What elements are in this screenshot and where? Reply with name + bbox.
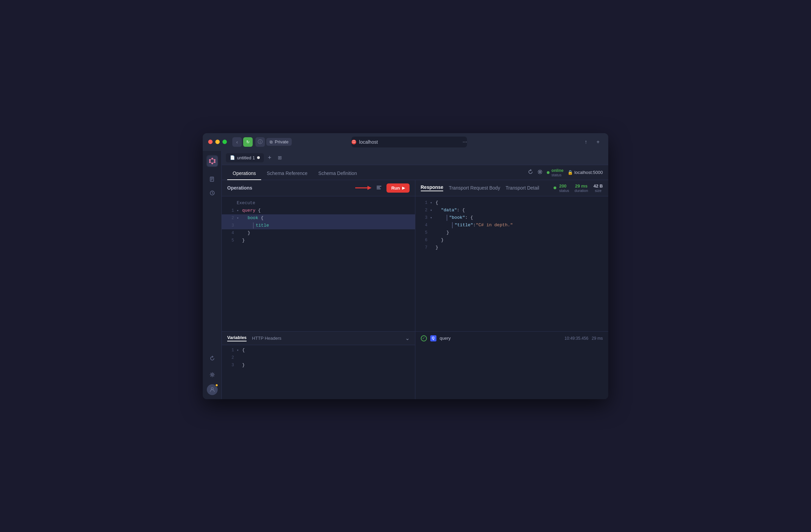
lock-icon: 🔒	[567, 170, 573, 175]
collapse-1[interactable]: ▾	[237, 209, 242, 213]
response-tab-transport-req[interactable]: Transport Request Body	[449, 185, 500, 191]
collapse-2[interactable]: ▾	[237, 216, 242, 220]
size-value: 42 B	[594, 183, 603, 188]
collapse-r1[interactable]: ▾	[430, 201, 436, 205]
history-icon	[210, 190, 215, 196]
tab-grid-button[interactable]: ⊞	[275, 153, 284, 162]
var-line-1: 1 ▾ {	[222, 347, 415, 354]
private-label: Private	[275, 139, 288, 145]
content-area: 📄 untitled 1 + ⊞ Operations Schema Refer…	[222, 151, 608, 399]
favicon: 🅂	[352, 140, 356, 145]
tab-unsaved-dot	[257, 156, 260, 159]
prettify-button[interactable]	[374, 183, 384, 193]
endpoint-info[interactable]: 🔒 localhost:5000	[567, 170, 603, 175]
tab-untitled-1[interactable]: 📄 untitled 1	[226, 153, 264, 162]
sidebar-item-history[interactable]	[207, 187, 218, 198]
tab-schema-reference[interactable]: Schema Reference	[261, 168, 313, 180]
notification-badge	[215, 383, 218, 387]
response-editor: 1 ▾ { 2 ▾ "data": { 3	[415, 196, 609, 331]
size-stat: 42 B size	[594, 183, 603, 193]
address-text: localhost	[359, 139, 378, 145]
nav-settings-button[interactable]	[537, 169, 543, 176]
sidebar-item-documents[interactable]	[207, 174, 218, 185]
app-window: ‹ ↻ ⓘ ⧉ Private 🅂 localhost ··· ↑ +	[203, 133, 608, 399]
vertical-line	[253, 223, 254, 229]
collapse-r3[interactable]: ▾	[430, 216, 436, 220]
duration-stat: 29 ms duration	[575, 183, 588, 193]
info-button[interactable]: ⓘ	[255, 137, 265, 147]
main-area: 📄 untitled 1 + ⊞ Operations Schema Refer…	[203, 151, 608, 399]
share-button[interactable]: ↑	[581, 137, 591, 147]
tabs-bar: 📄 untitled 1 + ⊞	[222, 151, 608, 165]
online-text: online	[552, 168, 563, 173]
logo-svg	[209, 157, 216, 165]
http-headers-tab[interactable]: HTTP Headers	[252, 336, 281, 341]
query-editor[interactable]: Execute 1 ▾ query { 2 ▾	[222, 196, 415, 331]
tab-operations[interactable]: Operations	[227, 168, 261, 180]
add-tab-button[interactable]: +	[265, 153, 274, 162]
variables-editor[interactable]: 1 ▾ { 2 3 }	[222, 345, 415, 399]
response-tab-active[interactable]: Response	[421, 184, 444, 191]
response-tab-transport-detail[interactable]: Transport Detail	[506, 185, 539, 191]
collapse-r2[interactable]: ▾	[430, 208, 436, 212]
sidebar-icon: ⧉	[270, 140, 273, 145]
operations-header: Operations	[222, 180, 415, 196]
new-tab-button[interactable]: +	[593, 137, 603, 147]
var-line-2: 2	[222, 354, 415, 362]
sidebar-item-refresh[interactable]	[207, 353, 218, 364]
execute-arrow	[355, 184, 371, 192]
documents-icon	[210, 177, 215, 182]
history-duration: 29 ms	[592, 336, 603, 341]
tab-schema-definition[interactable]: Schema Definition	[313, 168, 362, 180]
operations-title: Operations	[227, 185, 355, 191]
history-panel: ✓ Q query 10:49:35.456 29 ms	[415, 332, 609, 399]
list-item[interactable]: ✓ Q query 10:49:35.456 29 ms	[415, 332, 609, 345]
nav-refresh-icon	[528, 169, 533, 174]
variables-tab-active[interactable]: Variables	[227, 335, 247, 341]
minimize-button[interactable]	[215, 140, 220, 144]
back-button[interactable]: ‹	[232, 137, 242, 147]
private-mode-button[interactable]: ⧉ Private	[266, 138, 292, 146]
svg-rect-18	[377, 187, 380, 188]
status-value: 200	[559, 183, 569, 188]
nav-settings-icon	[537, 169, 543, 174]
profile-button[interactable]	[207, 384, 218, 395]
nav-tabs: Operations Schema Reference Schema Defin…	[222, 165, 608, 180]
run-button[interactable]: Run ▶	[386, 183, 409, 193]
svg-rect-10	[211, 180, 212, 180]
status-dot	[547, 171, 550, 174]
response-panel: Response Transport Request Body Transpor…	[415, 180, 609, 331]
close-button[interactable]	[208, 140, 213, 144]
sidebar-bottom	[207, 352, 218, 395]
maximize-button[interactable]	[223, 140, 227, 144]
code-line-1: 1 ▾ query {	[222, 207, 415, 214]
status-stat-group: 200 status	[559, 183, 569, 193]
address-more-icon[interactable]: ···	[462, 139, 467, 145]
refresh-nav-button[interactable]: ↻	[243, 137, 253, 147]
resp-line-7: 7 }	[415, 244, 609, 252]
duration-label: duration	[575, 188, 588, 193]
var-collapse-1[interactable]: ▾	[237, 348, 242, 352]
tab-label: untitled 1	[237, 155, 255, 160]
resp-line-3: 3 ▾ "book": {	[415, 214, 609, 222]
refresh-icon	[210, 356, 215, 361]
variables-collapse-button[interactable]: ⌄	[405, 335, 410, 341]
code-line-2: 2 ▾ book {	[222, 214, 415, 222]
variables-header: Variables HTTP Headers ⌄	[222, 332, 415, 345]
nav-tab-right: online status 🔒 localhost:5000	[528, 168, 603, 180]
sidebar	[203, 151, 222, 399]
code-line-5: 5 }	[222, 237, 415, 244]
editor-response-split: Operations	[222, 180, 608, 331]
arrow-icon	[355, 184, 371, 192]
connection-status: online status	[547, 168, 563, 177]
traffic-lights	[208, 140, 227, 144]
svg-point-13	[211, 387, 213, 390]
duration-value: 29 ms	[575, 183, 587, 188]
resp-line-2: 2 ▾ "data": {	[415, 207, 609, 214]
address-bar[interactable]: 🅂 localhost ···	[352, 137, 467, 148]
svg-rect-8	[211, 178, 213, 178]
execute-label: Execute	[222, 199, 415, 207]
nav-refresh-button[interactable]	[528, 169, 533, 176]
sidebar-item-settings[interactable]	[207, 369, 218, 380]
resp-vline	[447, 215, 447, 221]
